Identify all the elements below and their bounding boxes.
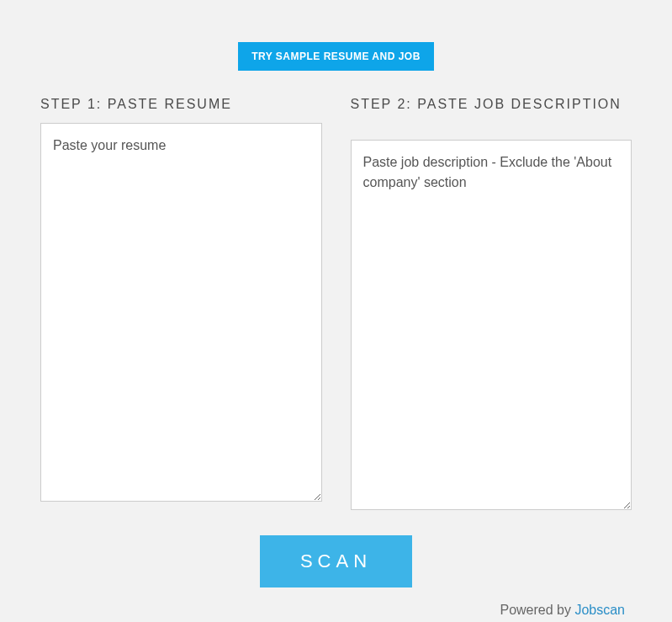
top-button-wrap: TRY SAMPLE RESUME AND JOB <box>40 42 632 71</box>
step-1-heading: STEP 1: PASTE RESUME <box>40 96 322 114</box>
scan-button-wrap: SCAN <box>40 535 632 587</box>
powered-by-prefix: Powered by <box>500 603 574 617</box>
try-sample-button[interactable]: TRY SAMPLE RESUME AND JOB <box>238 42 434 71</box>
steps-row: STEP 1: PASTE RESUME STEP 2: PASTE JOB D… <box>40 96 632 510</box>
step-2-column: STEP 2: PASTE JOB DESCRIPTION <box>351 96 632 510</box>
job-description-textarea[interactable] <box>351 140 632 510</box>
main-container: TRY SAMPLE RESUME AND JOB STEP 1: PASTE … <box>0 0 672 622</box>
powered-by-footer: Powered by Jobscan <box>40 603 632 618</box>
scan-button[interactable]: SCAN <box>260 535 412 587</box>
step-1-column: STEP 1: PASTE RESUME <box>40 96 322 510</box>
step-2-heading: STEP 2: PASTE JOB DESCRIPTION <box>351 96 632 131</box>
resume-textarea[interactable] <box>40 123 322 502</box>
jobscan-link[interactable]: Jobscan <box>574 603 625 617</box>
